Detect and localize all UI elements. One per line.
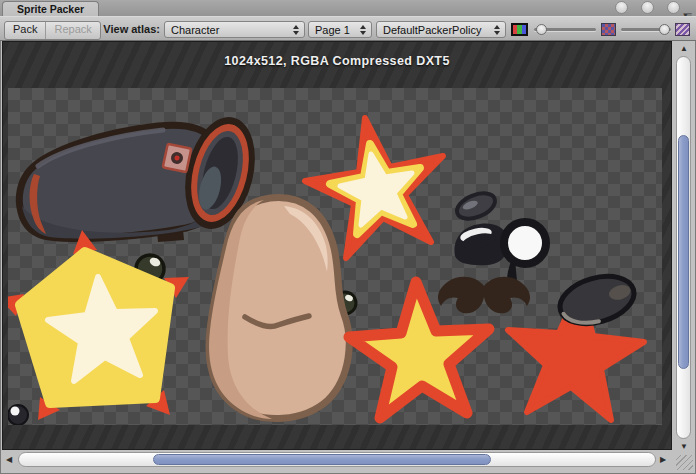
sprite-horn — [19, 110, 266, 242]
blue-stripe — [522, 25, 526, 34]
scroll-down-arrow[interactable]: ▼ — [680, 442, 688, 452]
dropdown-arrows-icon — [494, 25, 500, 35]
mip-stripes-icon — [675, 23, 690, 36]
toolbar: Pack Repack View atlas: Character Page 1… — [0, 16, 696, 41]
sprite-bean-character — [209, 197, 349, 419]
atlas-info-header: 1024x512, RGBA Compressed DXT5 — [3, 54, 671, 68]
page-dropdown-value: Page 1 — [315, 24, 350, 36]
resize-grip[interactable] — [676, 455, 693, 470]
zoom-slider-handle[interactable] — [536, 24, 547, 35]
sprite-monocle — [504, 222, 546, 287]
dropdown-arrows-icon — [360, 25, 366, 35]
window-button-1[interactable] — [615, 1, 628, 14]
window-button-2[interactable] — [641, 1, 654, 14]
atlas-dropdown-value: Character — [171, 24, 219, 36]
atlas-preview-canvas[interactable]: 1024x512, RGBA Compressed DXT5 — [2, 41, 672, 450]
mip-slider-handle[interactable] — [659, 24, 670, 35]
horizontal-scrollbar: ◀ ▶ — [2, 450, 672, 470]
window-buttons — [615, 1, 680, 14]
view-atlas-label: View atlas: — [92, 17, 160, 42]
alpha-checker-icon[interactable] — [601, 23, 616, 36]
horizontal-scrollbar-handle[interactable] — [153, 454, 491, 465]
horizontal-scrollbar-track[interactable] — [18, 452, 656, 467]
scroll-left-arrow[interactable]: ◀ — [6, 455, 12, 465]
rgb-channels-icon[interactable] — [511, 23, 528, 36]
tab-bar: Sprite Packer — [0, 0, 696, 17]
atlas-sprites-svg — [8, 88, 662, 425]
atlas-texture-area[interactable] — [8, 88, 662, 425]
scroll-right-arrow[interactable]: ▶ — [660, 455, 666, 465]
vertical-scrollbar: ▲ ▼ — [672, 41, 696, 456]
zoom-slider[interactable] — [534, 17, 596, 42]
scroll-up-arrow[interactable]: ▲ — [680, 44, 688, 54]
atlas-dropdown[interactable]: Character — [164, 21, 305, 38]
dropdown-arrows-icon — [293, 25, 299, 35]
window-button-3[interactable] — [667, 1, 680, 14]
mip-slider[interactable] — [621, 17, 671, 42]
policy-dropdown[interactable]: DefaultPackerPolicy — [376, 21, 506, 38]
pack-button[interactable]: Pack — [5, 22, 45, 39]
sprite-eye-dot — [8, 405, 28, 425]
sprite-packer-window: Sprite Packer ▾≡ Pack Repack View atlas:… — [0, 0, 696, 474]
sprite-mini-bean-gray — [453, 188, 498, 223]
page-dropdown[interactable]: Page 1 — [308, 21, 372, 38]
sprite-pentagon-burst — [8, 230, 189, 420]
sprite-mustache — [438, 277, 530, 313]
pack-button-group: Pack Repack — [4, 21, 101, 40]
vertical-scrollbar-track[interactable] — [676, 56, 691, 439]
policy-dropdown-value: DefaultPackerPolicy — [383, 24, 481, 36]
horn-badge — [163, 144, 191, 172]
tab-sprite-packer[interactable]: Sprite Packer — [2, 1, 99, 17]
vertical-scrollbar-handle[interactable] — [678, 135, 689, 369]
